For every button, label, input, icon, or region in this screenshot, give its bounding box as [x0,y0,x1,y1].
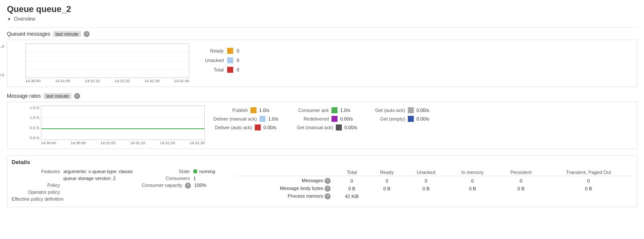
detail-capacity-label: Consumer capacity ? [141,183,194,189]
messages-row: Messages ? 0 0 0 0 0 0 [236,176,632,185]
rate-deliver-auto-color [255,124,261,130]
rate-deliver-manual-label: Deliver (manual ack) [213,116,257,121]
legend-total-label: Total [198,67,224,72]
detail-features-label: Features [12,169,63,174]
rates-x-4: 14:31:20 [160,141,175,145]
chart-y-top: 1.0 [0,44,4,49]
rate-redelivered-color [331,116,338,122]
rates-x-0: 14:30:40 [41,141,56,145]
rates-svg [41,106,205,140]
rate-deliver-auto: Deliver (auto ack) 0.00/s [213,124,288,130]
process-memory-label: Process memory ? [236,192,334,200]
x-label-4: 14:31:30 [144,79,159,83]
rate-get-empty-value: 0.00/s [416,116,436,121]
process-memory-help-icon[interactable]: ? [325,193,331,199]
process-memory-row: Process memory ? 42 KiB [236,192,632,200]
messages-total: 0 [334,176,369,185]
rate-consumer-ack-label: Consumer ack [294,108,329,113]
process-memory-unacked [404,192,448,200]
legend-ready-value: 0 [237,48,239,53]
legend-unacked: Unacked 0 [198,57,241,63]
rates-x-5: 14:31:30 [190,141,205,145]
process-memory-total: 42 KiB [334,192,369,200]
legend-unacked-value: 0 [237,58,239,63]
rate-deliver-manual-color [259,116,266,122]
messages-ready: 0 [369,176,404,185]
body-bytes-total: 0 B [334,185,369,192]
rates-x-3: 14:31:10 [130,141,145,145]
header-divider [7,27,637,28]
x-label-2: 14:31:10 [85,79,100,83]
process-memory-inmemory [448,192,497,200]
messages-inmemory: 0 [448,176,497,185]
x-label-0: 14:30:50 [25,79,41,83]
message-rates-chart-section: 1.5 /s 1.0 /s 0.5 /s 0.0 /s [7,102,637,149]
detail-op-policy-row: Operator policy [12,189,133,195]
detail-eff-policy-row: Effective policy definition [12,196,133,202]
rate-redelivered: Redelivered 0.00/s [294,116,364,122]
messages-row-label: Messages ? [236,176,334,185]
details-left-col: Features arguments: x-queue-type: classi… [12,169,133,203]
col-transient-header: Transient, Paged Out [545,169,632,176]
legend-total-value: 0 [237,67,239,72]
rate-redelivered-label: Redelivered [294,116,329,121]
details-content: Features arguments: x-queue-type: classi… [12,169,632,203]
message-rates-chart [41,106,205,140]
body-bytes-inmemory: 0 B [448,185,497,192]
rate-deliver-auto-value: 0.00/s [263,125,283,130]
queued-messages-legend: Ready 0 Unacked 0 Total 0 [198,43,241,73]
rate-deliver-manual-value: 1.0/s [268,116,288,121]
rates-x-labels: 14:30:40 14:30:50 14:31:00 14:31:10 14:3… [41,141,205,145]
rate-get-manual-label: Get (manual ack) [294,125,333,130]
rates-col-3: Get (auto ack) 0.00/s Get (empty) 0.00/s [371,107,436,130]
col-inmemory-header: In memory [448,169,497,176]
message-rates-help-icon[interactable]: ? [74,93,80,99]
rate-consumer-ack-value: 1.0/s [340,108,360,113]
messages-persistent: 0 [497,176,545,185]
rate-get-empty-color [408,116,414,122]
rate-publish-color [250,107,256,113]
detail-state-row: State running [141,169,228,174]
rate-get-auto-label: Get (auto ack) [371,108,405,113]
body-bytes-persistent: 0 B [497,185,545,192]
col-ready-header: Ready [369,169,404,176]
consumer-capacity-help-icon[interactable]: ? [185,183,191,189]
detail-policy-label: Policy [12,183,63,188]
detail-policy-row: Policy [12,183,133,188]
detail-state-value: running [193,169,215,174]
queued-messages-time-badge[interactable]: last minute [53,31,81,37]
page-container: Queue queue_2 ▼ Overview Queued messages… [0,0,644,239]
detail-capacity-value: 100% [194,183,206,188]
message-body-bytes-row: Message body bytes ? 0 B 0 B 0 B 0 B 0 B… [236,185,632,192]
message-body-bytes-label: Message body bytes ? [236,185,334,192]
body-bytes-help-icon[interactable]: ? [325,186,331,192]
process-memory-ready [369,192,404,200]
messages-table: Total Ready Unacked In memory Persistent… [236,169,632,200]
detail-storage-row: queue storage version: 2 [12,176,133,181]
rate-publish-label: Publish [213,108,248,113]
detail-features-row: Features arguments: x-queue-type: classi… [12,169,133,174]
chart-y-bottom: 0.0 [0,73,4,77]
rate-redelivered-value: 0.00/s [340,116,360,121]
message-rates-chart-wrapper: 1.5 /s 1.0 /s 0.5 /s 0.0 /s [12,106,205,145]
rates-y-label-bottom: 0.0 /s [25,136,39,140]
overview-header[interactable]: ▼ Overview [7,16,637,22]
queued-messages-title: Queued messages [7,31,50,37]
messages-help-icon[interactable]: ? [325,178,331,184]
messages-table-container: Total Ready Unacked In memory Persistent… [236,169,632,200]
detail-features-value: arguments: x-queue-type: classic [63,169,133,174]
body-bytes-ready: 0 B [369,185,404,192]
x-label-3: 14:31:20 [115,79,130,83]
message-rates-chart-row: 1.5 /s 1.0 /s 0.5 /s 0.0 /s [12,106,632,145]
message-rates-time-badge[interactable]: last minute [44,93,72,99]
rate-get-manual-color [336,124,342,130]
state-dot-icon [193,169,197,174]
queued-messages-chart-wrapper: 1.0 0.0 14:30:50 14:31:00 14:31:10 14:31… [12,43,189,83]
queued-messages-help-icon[interactable]: ? [84,31,90,37]
rate-publish-value: 1.0/s [259,108,278,113]
queued-messages-section-header: Queued messages last minute ? [7,31,637,37]
rates-y-label-mid: 1.0 /s [25,115,39,120]
rates-col-1: Publish 1.0/s Deliver (manual ack) 1.0/s… [213,107,288,130]
messages-unacked: 0 [404,176,448,185]
overview-arrow-icon: ▼ [7,17,11,22]
